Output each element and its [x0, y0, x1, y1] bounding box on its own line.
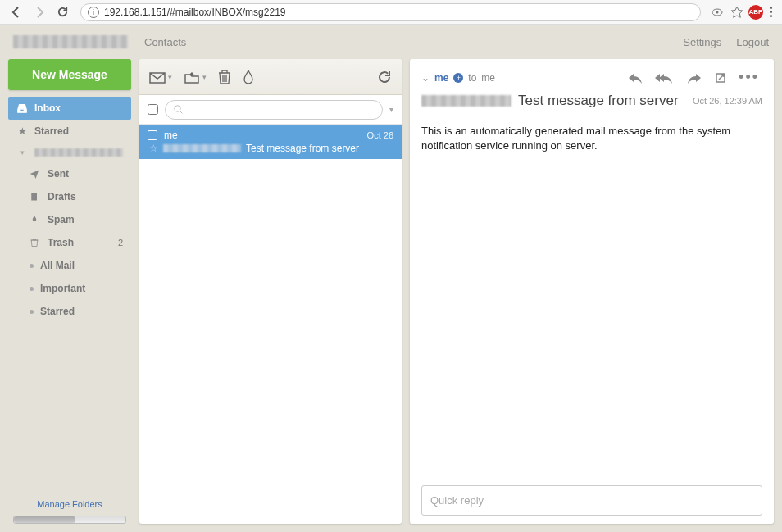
forward-button[interactable] — [30, 2, 49, 22]
eye-icon[interactable] — [709, 4, 725, 20]
folder-label: Starred — [40, 306, 123, 317]
message-checkbox[interactable] — [148, 130, 157, 140]
reader-subject: Test message from server — [518, 93, 686, 109]
folder-inbox[interactable]: Inbox — [8, 97, 131, 120]
message-list-pane: ▾ ▾ — [139, 59, 402, 524]
back-button[interactable] — [7, 2, 26, 22]
folder-list: Inbox ★ Starred ▾ Sent — [8, 97, 131, 494]
nav-logout[interactable]: Logout — [736, 36, 769, 48]
message-subject: Test message from server — [246, 143, 359, 154]
app-container: Contacts Settings Logout New Message Inb… — [0, 25, 782, 532]
reader-pane: ⌄ me + to me ••• — [410, 59, 774, 524]
nav-contacts[interactable]: Contacts — [144, 36, 186, 48]
chevron-down-icon: ▾ — [202, 73, 207, 81]
reader-to: me — [481, 72, 495, 84]
svg-point-3 — [175, 105, 181, 111]
message-from: me — [164, 130, 361, 141]
reader-header: ⌄ me + to me ••• — [421, 67, 762, 88]
folder-label: All Mail — [40, 260, 123, 271]
address-bar[interactable]: i 192.168.1.151/#mailbox/INBOX/msg2219 — [80, 3, 701, 21]
reply-button[interactable] — [624, 70, 647, 86]
message-item[interactable]: me Oct 26 ☆ Test message from server — [139, 125, 402, 159]
more-actions-button[interactable]: ••• — [735, 67, 762, 88]
sidebar: New Message Inbox ★ Starred ▾ — [8, 59, 131, 524]
folder-trash[interactable]: Trash 2 — [8, 231, 131, 254]
browser-menu-button[interactable] — [766, 3, 775, 20]
spam-icon — [30, 215, 41, 225]
message-list-search-row: ▾ — [139, 95, 402, 125]
folder-label: Drafts — [48, 191, 123, 202]
sent-icon — [30, 169, 41, 179]
mark-read-button[interactable]: ▾ — [149, 70, 172, 84]
reader-from[interactable]: me — [434, 72, 448, 84]
move-to-button[interactable]: ▾ — [184, 70, 207, 84]
app-logo[interactable] — [13, 35, 128, 48]
star-icon[interactable]: ☆ — [149, 143, 158, 154]
svg-point-1 — [716, 11, 719, 13]
folder-label — [34, 148, 123, 157]
nav-settings[interactable]: Settings — [683, 36, 721, 48]
delete-button[interactable] — [218, 70, 231, 84]
search-icon — [174, 105, 184, 115]
forward-button[interactable] — [683, 70, 706, 86]
info-icon[interactable]: i — [88, 7, 99, 18]
collapse-icon[interactable]: ⌄ — [421, 72, 430, 84]
message-list-toolbar: ▾ ▾ — [139, 59, 402, 95]
drafts-icon — [30, 192, 41, 202]
message-date: Oct 26 — [367, 130, 393, 140]
reader-subject-row: Test message from server Oct 26, 12:39 A… — [421, 93, 762, 109]
folder-starred[interactable]: ★ Starred — [8, 120, 131, 143]
folder-account[interactable]: ▾ — [8, 143, 131, 162]
sidebar-scrollbar[interactable] — [13, 516, 126, 524]
search-input[interactable] — [184, 104, 374, 116]
select-all-checkbox[interactable] — [148, 104, 158, 115]
folder-label: Important — [40, 283, 123, 294]
spam-button[interactable] — [243, 70, 254, 84]
folder-spam[interactable]: Spam — [8, 208, 131, 231]
open-window-button[interactable] — [711, 70, 730, 86]
chevron-down-icon: ▾ — [168, 73, 172, 81]
browser-toolbar: i 192.168.1.151/#mailbox/INBOX/msg2219 A… — [0, 0, 782, 25]
folder-drafts[interactable]: Drafts — [8, 185, 131, 208]
folder-label: Sent — [48, 168, 123, 180]
manage-folders-link[interactable]: Manage Folders — [8, 494, 131, 514]
folder-all-mail[interactable]: All Mail — [8, 254, 131, 277]
reader-to-prefix: to — [468, 72, 476, 84]
reload-button[interactable] — [52, 2, 72, 22]
url-text: 192.168.1.151/#mailbox/INBOX/msg2219 — [104, 7, 285, 18]
message-preview-redacted — [163, 144, 241, 152]
svg-rect-2 — [31, 193, 37, 201]
folder-label: Trash — [48, 237, 111, 248]
quick-reply-input[interactable]: Quick reply — [421, 485, 762, 516]
reader-date: Oct 26, 12:39 AM — [693, 96, 762, 106]
message-items: me Oct 26 ☆ Test message from server — [139, 125, 402, 524]
bullet-icon — [30, 310, 34, 314]
chevron-icon: ▾ — [16, 148, 28, 157]
main-layout: New Message Inbox ★ Starred ▾ — [0, 59, 782, 532]
star-icon[interactable] — [729, 4, 745, 20]
folder-count: 2 — [118, 238, 123, 248]
bullet-icon — [30, 287, 34, 291]
reply-all-button[interactable] — [652, 70, 678, 86]
folder-important[interactable]: Important — [8, 277, 131, 300]
new-message-button[interactable]: New Message — [8, 59, 131, 90]
refresh-button[interactable] — [377, 70, 392, 84]
search-input-container[interactable] — [165, 100, 383, 120]
add-contact-icon[interactable]: + — [453, 73, 463, 83]
star-icon: ★ — [16, 125, 28, 137]
inbox-icon — [16, 102, 28, 114]
bullet-icon — [30, 264, 34, 268]
trash-icon — [30, 238, 41, 248]
reader-body: This is an automatically generated mail … — [421, 109, 762, 479]
reader-subject-redacted — [421, 95, 511, 107]
app-topnav: Contacts Settings Logout — [0, 25, 782, 59]
folder-label: Starred — [34, 125, 123, 137]
adblock-icon[interactable]: ABP — [748, 5, 763, 20]
folder-label: Inbox — [34, 102, 123, 114]
folder-label: Spam — [48, 214, 123, 225]
folder-sent[interactable]: Sent — [8, 162, 131, 185]
folder-starred-sub[interactable]: Starred — [8, 300, 131, 323]
search-dropdown-icon[interactable]: ▾ — [389, 105, 393, 114]
